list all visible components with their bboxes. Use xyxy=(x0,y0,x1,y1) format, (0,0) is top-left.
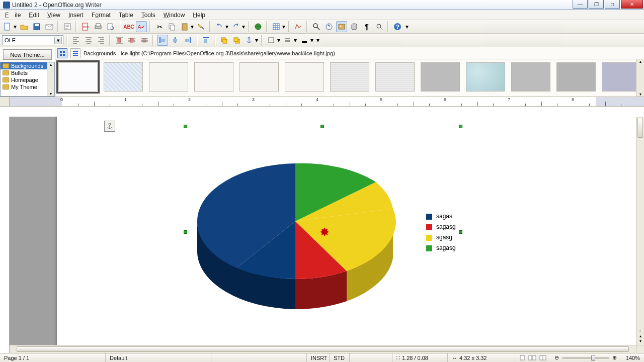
gallery-thumb[interactable] xyxy=(239,62,279,92)
menu-help[interactable]: Help xyxy=(190,11,208,20)
status-lang[interactable] xyxy=(211,353,307,362)
export-pdf-button[interactable]: PDF xyxy=(80,21,91,32)
menu-tools[interactable]: Tools xyxy=(138,11,158,20)
nonprinting-chars-button[interactable]: ¶ xyxy=(361,21,372,32)
align-v-top-button[interactable] xyxy=(200,35,211,46)
maximize-button[interactable]: □ xyxy=(605,0,620,9)
toolbar2-overflow[interactable]: ▾ xyxy=(315,35,320,46)
status-insert[interactable]: INSRT xyxy=(307,353,330,362)
print-preview-button[interactable] xyxy=(105,21,116,32)
copy-button[interactable] xyxy=(167,21,178,32)
new-theme-button[interactable]: New Theme... xyxy=(3,49,52,60)
gallery-thumb[interactable] xyxy=(602,62,641,92)
hyperlink-button[interactable] xyxy=(253,21,264,32)
menu-view[interactable]: View xyxy=(44,11,63,20)
style-combo[interactable]: OLE ▾ xyxy=(2,35,63,45)
menu-file[interactable]: File xyxy=(2,11,24,20)
gallery-thumb[interactable] xyxy=(511,62,550,92)
status-selmode[interactable]: STD xyxy=(330,353,350,362)
align-h-center-button[interactable] xyxy=(170,35,181,46)
line-color-button[interactable] xyxy=(299,35,310,46)
auto-spellcheck-button[interactable]: A✔ xyxy=(136,21,147,32)
selection-handle[interactable] xyxy=(184,125,187,128)
open-button[interactable] xyxy=(19,21,30,32)
borders-dropdown[interactable]: ▾ xyxy=(277,35,281,46)
vertical-ruler[interactable] xyxy=(0,117,10,353)
gallery-theme-list[interactable]: Backgrounds Bullets Homepage My Theme ▴▾ xyxy=(0,62,55,97)
send-back-button[interactable] xyxy=(231,35,242,46)
email-button[interactable] xyxy=(44,21,55,32)
gallery-thumb[interactable] xyxy=(149,62,188,92)
paste-dropdown[interactable]: ▾ xyxy=(190,21,194,32)
gallery-thumb[interactable] xyxy=(104,62,143,92)
close-button[interactable]: ✕ xyxy=(621,0,643,9)
align-right-button[interactable] xyxy=(96,35,107,46)
gallery-thumb[interactable] xyxy=(375,62,415,92)
theme-item-mytheme[interactable]: My Theme xyxy=(1,83,54,90)
gallery-thumb[interactable] xyxy=(330,62,369,92)
menu-format[interactable]: Format xyxy=(89,11,114,20)
new-doc-button[interactable] xyxy=(2,21,13,32)
borders-button[interactable] xyxy=(266,35,277,46)
vertical-scrollbar[interactable]: ◦▴▾ xyxy=(636,117,644,345)
theme-item-homepage[interactable]: Homepage xyxy=(1,76,54,83)
table-button[interactable] xyxy=(271,21,282,32)
menu-edit[interactable]: Edit xyxy=(26,11,42,20)
find-replace-button[interactable] xyxy=(311,21,322,32)
detail-view-button[interactable] xyxy=(70,48,80,58)
zoom-button[interactable] xyxy=(374,21,385,32)
gallery-thumb[interactable] xyxy=(58,62,98,92)
format-paintbrush-button[interactable] xyxy=(196,21,207,32)
gallery-button[interactable] xyxy=(336,21,347,32)
cut-button[interactable]: ✂ xyxy=(154,21,165,32)
gallery-scrollbar[interactable]: ▴▾ xyxy=(636,59,644,97)
menu-insert[interactable]: Insert xyxy=(65,11,87,20)
save-button[interactable] xyxy=(31,21,42,32)
menu-table[interactable]: Table xyxy=(116,11,136,20)
undo-button[interactable] xyxy=(214,21,225,32)
align-h-left-button[interactable] xyxy=(157,35,168,46)
status-sign[interactable] xyxy=(362,353,392,362)
selection-handle[interactable] xyxy=(459,125,462,128)
align-h-right-button[interactable] xyxy=(182,35,193,46)
icon-view-button[interactable] xyxy=(57,48,67,58)
anchor-button[interactable] xyxy=(244,35,255,46)
gallery-thumb[interactable] xyxy=(285,62,324,92)
new-doc-dropdown[interactable]: ▾ xyxy=(13,21,17,32)
spellcheck-button[interactable]: ABC xyxy=(123,21,134,32)
help-button[interactable]: ? xyxy=(392,21,403,32)
print-button[interactable] xyxy=(93,21,104,32)
linecolor-dropdown[interactable]: ▾ xyxy=(310,35,314,46)
edit-file-button[interactable] xyxy=(62,21,73,32)
status-view-layout[interactable] xyxy=(515,353,550,362)
wrap-off-button[interactable] xyxy=(114,35,125,46)
theme-item-bullets[interactable]: Bullets xyxy=(1,69,54,76)
show-draw-button[interactable] xyxy=(293,21,304,32)
wrap-through-button[interactable] xyxy=(139,35,150,46)
gallery-thumb[interactable] xyxy=(466,62,505,92)
zoom-out-icon[interactable]: ⊖ xyxy=(554,354,559,361)
restore-button[interactable]: ❐ xyxy=(589,0,604,9)
gallery-thumb[interactable] xyxy=(556,62,596,92)
horizontal-ruler[interactable]: 012345678 xyxy=(10,97,644,107)
wrap-page-button[interactable] xyxy=(126,35,137,46)
navigator-button[interactable] xyxy=(324,21,335,32)
zoom-slider[interactable]: ⊖ ⊕ xyxy=(550,353,621,362)
gallery-thumb[interactable] xyxy=(421,62,460,92)
undo-dropdown[interactable]: ▾ xyxy=(225,21,229,32)
redo-button[interactable] xyxy=(230,21,242,32)
minimize-button[interactable]: — xyxy=(573,0,588,9)
chart-object[interactable]: ✸ sagas sagasg sgasg sagasg xyxy=(104,121,471,334)
align-left-button[interactable] xyxy=(70,35,82,46)
table-dropdown[interactable]: ▾ xyxy=(282,21,286,32)
theme-list-scrollbar[interactable]: ▴▾ xyxy=(47,62,54,96)
line-style-button[interactable] xyxy=(282,35,293,46)
horizontal-scrollbar[interactable] xyxy=(10,345,636,353)
align-center-button[interactable] xyxy=(83,35,94,46)
theme-item-backgrounds[interactable]: Backgrounds xyxy=(1,62,54,69)
redo-dropdown[interactable]: ▾ xyxy=(242,21,246,32)
bring-front-button[interactable] xyxy=(218,35,229,46)
linestyle-dropdown[interactable]: ▾ xyxy=(293,35,297,46)
toolbar-overflow[interactable]: ▾ xyxy=(405,21,410,32)
gallery-thumb[interactable] xyxy=(194,62,233,92)
